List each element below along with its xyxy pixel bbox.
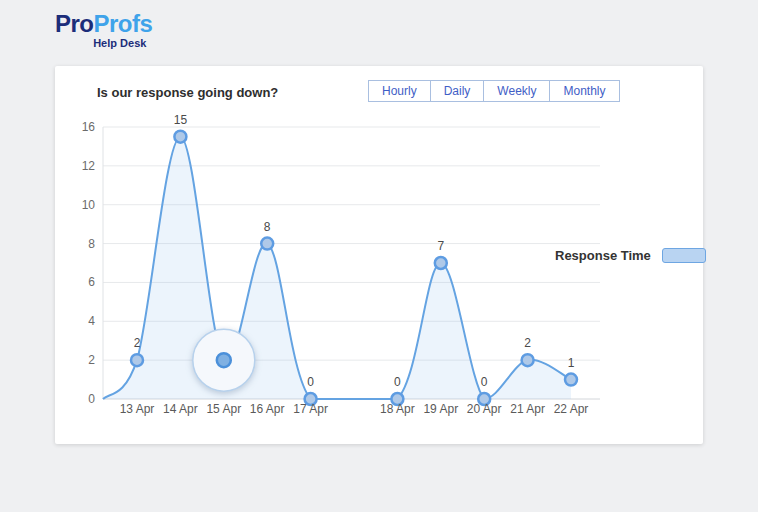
y-axis-tick-label: 4 <box>88 314 95 328</box>
data-point[interactable] <box>261 238 273 250</box>
data-point[interactable] <box>522 354 534 366</box>
y-axis-tick-label: 16 <box>82 120 96 134</box>
data-point[interactable] <box>435 257 447 269</box>
point-value-label: 0 <box>394 375 401 389</box>
data-point-hovered[interactable] <box>217 353 231 367</box>
y-axis-tick-label: 12 <box>82 159 96 173</box>
point-value-label: 0 <box>307 375 314 389</box>
x-axis-tick-label: 18 Apr <box>380 402 415 416</box>
x-axis-tick-label: 20 Apr <box>467 402 502 416</box>
proprofs-logo[interactable]: ProProfs Help Desk <box>55 12 152 49</box>
point-value-label: 8 <box>264 220 271 234</box>
x-axis-tick-label: 22 Apr <box>554 402 589 416</box>
x-axis-tick-label: 17 Apr <box>293 402 328 416</box>
legend-label: Response Time <box>555 248 651 263</box>
point-value-label: 0 <box>481 375 488 389</box>
legend-swatch <box>662 248 706 263</box>
y-axis-tick-label: 10 <box>82 198 96 212</box>
y-axis-tick-label: 2 <box>88 353 95 367</box>
logo-wordmark: ProProfs <box>55 12 152 36</box>
y-axis-tick-label: 0 <box>88 392 95 406</box>
x-axis-tick-label: 16 Apr <box>250 402 285 416</box>
point-value-label: 7 <box>437 239 444 253</box>
data-point[interactable] <box>131 354 143 366</box>
x-axis-tick-label: 14 Apr <box>163 402 198 416</box>
point-value-label: 1 <box>568 356 575 370</box>
x-axis-tick-label: 19 Apr <box>423 402 458 416</box>
chart-legend: Response Time <box>555 248 706 263</box>
data-point[interactable] <box>565 374 577 386</box>
y-axis-tick-label: 6 <box>88 275 95 289</box>
logo-tagline: Help Desk <box>55 38 152 49</box>
x-axis-tick-label: 21 Apr <box>510 402 545 416</box>
x-axis-tick-label: 15 Apr <box>206 402 241 416</box>
point-value-label: 2 <box>524 336 531 350</box>
logo-profs-text: Profs <box>94 10 153 37</box>
y-axis-tick-label: 8 <box>88 237 95 251</box>
x-axis-tick-label: 13 Apr <box>120 402 155 416</box>
point-value-label: 15 <box>174 113 188 127</box>
logo-pro-text: Pro <box>55 10 94 37</box>
point-value-label: 2 <box>134 336 141 350</box>
chart-card: Is our response going down? Hourly Daily… <box>55 66 703 444</box>
data-point[interactable] <box>174 131 186 143</box>
page: { "logo": { "brand_bold": "Pro", "brand_… <box>0 0 758 512</box>
